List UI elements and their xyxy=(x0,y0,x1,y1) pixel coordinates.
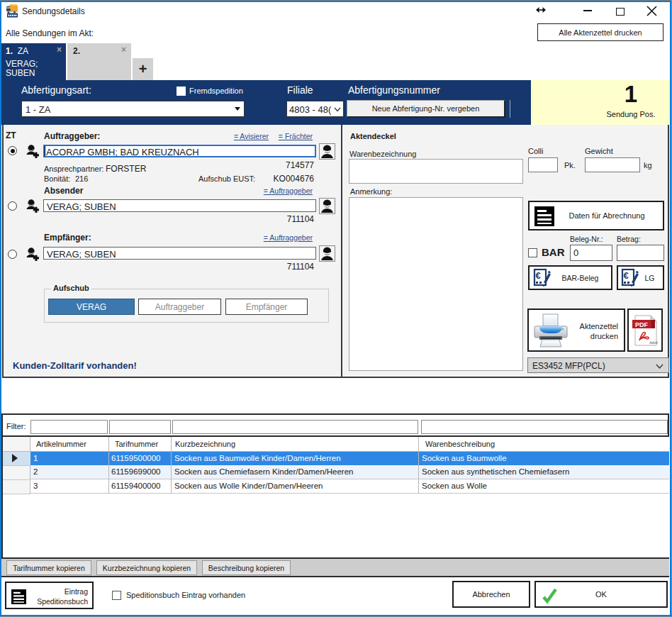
svg-text:PDF: PDF xyxy=(635,321,649,328)
svg-text:€: € xyxy=(536,270,541,281)
svg-text:€: € xyxy=(624,270,629,281)
svg-text:Adobe: Adobe xyxy=(649,340,658,345)
